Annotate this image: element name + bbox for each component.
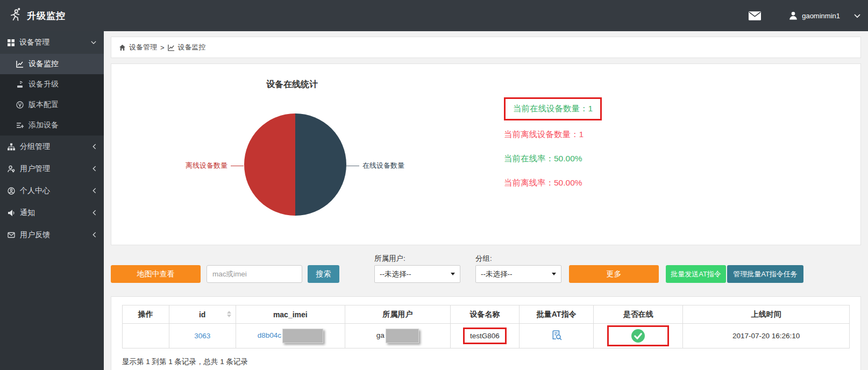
- breadcrumb: 设备管理 > 设备监控: [111, 37, 861, 58]
- leader-line: [231, 166, 244, 166]
- sidebar-item-user-management[interactable]: 用户管理: [0, 158, 104, 180]
- sidebar-item-label: 设备升级: [29, 80, 59, 89]
- group-select-label: 分组:: [475, 254, 492, 264]
- owner-select[interactable]: --未选择--: [374, 265, 460, 283]
- sidebar-item-personal-center[interactable]: 个人中心: [0, 180, 104, 202]
- version-v-icon: [16, 101, 24, 109]
- pie-chart: [244, 113, 346, 216]
- sidebar-submenu: 设备监控 设备升级 版本配置 添加设备: [0, 54, 104, 136]
- at-command-search-icon[interactable]: [551, 330, 562, 340]
- cell-device-name: testG806: [450, 324, 519, 348]
- stat-offline-rate: 当前离线率：50.00%: [504, 177, 602, 189]
- breadcrumb-parent[interactable]: 设备管理: [129, 42, 157, 52]
- chevron-down-icon: [91, 40, 96, 45]
- sidebar-item-label: 分组管理: [20, 142, 50, 152]
- running-person-icon: [8, 8, 24, 24]
- user-manage-icon: [8, 165, 15, 173]
- stat-offline-count: 当前离线设备数量：1: [504, 129, 602, 140]
- mac-imei-link[interactable]: d8b04c: [258, 331, 281, 339]
- sidebar-item-group-management[interactable]: 分组管理: [0, 136, 104, 158]
- chevron-left-icon: [93, 232, 96, 238]
- sidebar-item-device-monitor[interactable]: 设备监控: [0, 54, 104, 74]
- cell-operation: [123, 324, 169, 348]
- mac-imei-search-input[interactable]: [207, 265, 302, 283]
- sidebar-item-label: 用户反馈: [20, 230, 50, 240]
- owner-select-value: --未选择--: [380, 269, 411, 279]
- stats-block: 当前在线设备数量：1 当前离线设备数量：1 当前在线率：50.00% 当前离线率…: [504, 97, 602, 189]
- col-header-operation: 操作: [123, 305, 169, 324]
- col-header-is-online: 是否在线: [594, 305, 683, 324]
- sort-icon[interactable]: [227, 311, 231, 317]
- redaction-box: [282, 329, 323, 343]
- device-upgrade-icon: [16, 81, 24, 88]
- sidebar-item-device-upgrade[interactable]: 设备升级: [0, 74, 104, 95]
- cell-mac-imei: d8b04c: [236, 324, 345, 348]
- cell-owner: ga: [345, 324, 450, 348]
- pie-label-offline: 离线设备数量: [111, 161, 244, 170]
- view-on-map-button[interactable]: 地图中查看: [111, 265, 201, 283]
- table-row: 3063 d8b04c ga testG806: [123, 324, 850, 348]
- app-title: 升级监控: [27, 10, 66, 22]
- app-logo: 升级监控: [0, 8, 104, 24]
- group-select[interactable]: --未选择--: [475, 265, 561, 283]
- search-button[interactable]: 搜索: [308, 265, 339, 283]
- sidebar-item-label: 设备管理: [19, 38, 49, 47]
- device-id-link[interactable]: 3063: [194, 332, 210, 340]
- grid-icon: [8, 39, 15, 46]
- stat-online-rate: 当前在线率：50.00%: [504, 153, 602, 165]
- sidebar-item-label: 通知: [20, 208, 35, 218]
- table-header-row: 操作 id mac_imei 所属用户 设备名称 批量AT指令 是否在线 上线时…: [123, 305, 850, 324]
- breadcrumb-separator: >: [160, 44, 165, 52]
- pie-label-online: 在线设备数量: [346, 161, 404, 170]
- group-tree-icon: [8, 143, 15, 151]
- home-icon: [119, 44, 126, 51]
- annotation-box: testG806: [463, 328, 507, 344]
- sidebar-item-label: 添加设备: [29, 120, 59, 130]
- stat-online-count: 当前在线设备数量：1: [504, 97, 602, 120]
- sidebar-item-label: 设备监控: [29, 59, 59, 69]
- caret-down-icon: [451, 273, 455, 275]
- main-content: 设备管理 > 设备监控 设备在线统计 离线设备数量 在线设备数量 当前在线设备数…: [104, 31, 868, 370]
- owner-select-label: 所属用户:: [374, 254, 405, 264]
- chevron-left-icon: [93, 210, 96, 216]
- person-icon: [789, 11, 798, 20]
- toolbar: 地图中查看 搜索 所属用户: --未选择-- 分组: --未选择-- 更多 批量…: [111, 253, 861, 288]
- user-menu[interactable]: gaominmin1: [789, 11, 840, 20]
- megaphone-icon: [8, 209, 15, 217]
- sidebar-item-device-management[interactable]: 设备管理: [0, 31, 104, 54]
- sidebar-item-user-feedback[interactable]: 用户反馈: [0, 224, 104, 246]
- caret-down-icon: [552, 273, 556, 275]
- sidebar-item-add-device[interactable]: 添加设备: [0, 115, 104, 136]
- col-header-device-name: 设备名称: [450, 305, 519, 324]
- col-header-owner: 所属用户: [345, 305, 450, 324]
- username: gaominmin1: [802, 12, 840, 20]
- annotation-box: [607, 325, 669, 346]
- online-check-icon: [631, 329, 645, 343]
- leader-line: [346, 166, 359, 166]
- feedback-envelope-icon: [8, 231, 15, 239]
- cell-batch-at: [520, 324, 594, 348]
- record-summary: 显示第 1 到第 1 条记录，总共 1 条记录: [122, 357, 850, 367]
- group-select-value: --未选择--: [481, 269, 512, 279]
- chevron-down-icon: [854, 13, 860, 18]
- more-button[interactable]: 更多: [569, 265, 659, 283]
- topbar-right: gaominmin1: [749, 11, 868, 20]
- redaction-box: [386, 329, 419, 343]
- sidebar-item-label: 版本配置: [29, 100, 59, 110]
- sidebar: 设备管理 设备监控 设备升级 版本配置 添: [0, 31, 104, 370]
- breadcrumb-current[interactable]: 设备监控: [178, 42, 206, 52]
- col-header-batch-at: 批量AT指令: [520, 305, 594, 324]
- sidebar-item-label: 用户管理: [20, 164, 50, 174]
- manage-batch-at-button[interactable]: 管理批量AT指令任务: [727, 265, 803, 283]
- chart-panel: 设备在线统计 离线设备数量 在线设备数量 当前在线设备数量：1 当前离线设备数量…: [111, 63, 861, 245]
- chevron-left-icon: [93, 144, 96, 150]
- col-header-id[interactable]: id: [169, 305, 236, 324]
- batch-send-at-button[interactable]: 批量发送AT指令: [666, 265, 726, 283]
- line-chart-icon: [168, 44, 175, 51]
- sidebar-item-notification[interactable]: 通知: [0, 202, 104, 224]
- chevron-left-icon: [93, 166, 96, 172]
- sidebar-item-version-config[interactable]: 版本配置: [0, 95, 104, 115]
- annotation-box: 当前在线设备数量：1: [504, 97, 602, 120]
- mail-icon[interactable]: [749, 11, 761, 20]
- sidebar-item-label: 个人中心: [20, 186, 50, 196]
